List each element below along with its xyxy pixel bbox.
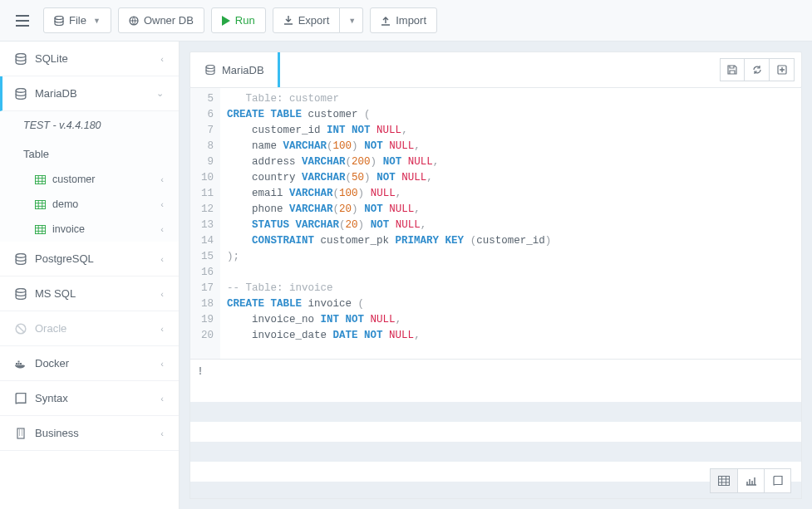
chevron-left-icon: ‹ [160, 324, 164, 334]
top-toolbar: File ▼ Owner DB Run Export ▼ Import [0, 0, 812, 42]
svg-rect-14 [17, 428, 24, 438]
svg-point-0 [55, 16, 63, 19]
menu-toggle-button[interactable] [8, 7, 37, 35]
svg-point-7 [16, 253, 26, 257]
db-icon [15, 53, 27, 65]
svg-rect-6 [36, 225, 46, 233]
table-icon [35, 200, 46, 209]
save-button[interactable] [720, 58, 745, 81]
sidebar-item-docker[interactable]: Docker‹ [0, 346, 179, 381]
chevron-left-icon: ‹ [160, 428, 164, 438]
svg-rect-5 [36, 200, 46, 208]
table-name: demo [52, 198, 78, 210]
database-icon [54, 16, 64, 26]
sidebar: SQLite‹MariaDB⌄TEST - v.4.4.180Tablecust… [0, 42, 180, 509]
sidebar-item-label: MS SQL [35, 287, 76, 300]
tables-heading: Table [0, 139, 179, 167]
code-content[interactable]: Table: customerCREATE TABLE customer ( c… [220, 88, 801, 359]
result-indicator: ! [199, 365, 202, 377]
table-item-invoice[interactable]: invoice‹ [0, 217, 179, 242]
sidebar-item-oracle[interactable]: Oracle‹ [0, 311, 179, 346]
chevron-left-icon: ‹ [160, 289, 164, 299]
export-label: Export [298, 14, 330, 27]
table-name: invoice [52, 223, 85, 235]
sql-editor: 567891011121314151617181920 Table: custo… [189, 88, 802, 499]
db-icon [15, 88, 27, 100]
view-book-button[interactable] [764, 469, 790, 492]
result-area [190, 382, 801, 498]
sidebar-item-mariadb[interactable]: MariaDB⌄ [0, 76, 179, 111]
svg-point-3 [16, 88, 26, 92]
tab-label: MariaDB [222, 64, 264, 76]
owner-db-label: Owner DB [144, 14, 194, 27]
svg-rect-17 [719, 477, 730, 486]
sidebar-item-label: PostgreSQL [35, 252, 94, 265]
run-button[interactable]: Run [211, 7, 266, 33]
svg-rect-11 [18, 363, 20, 365]
sidebar-item-label: Oracle [35, 322, 66, 335]
export-button[interactable]: Export [273, 7, 341, 33]
svg-rect-12 [20, 363, 22, 365]
view-chart-button[interactable] [737, 469, 764, 492]
table-name: customer [52, 174, 95, 185]
view-switch [710, 468, 791, 493]
code-area[interactable]: 567891011121314151617181920 Table: custo… [190, 88, 801, 359]
sidebar-item-label: Docker [35, 357, 69, 370]
db-icon [15, 253, 27, 265]
file-menu-button[interactable]: File ▼ [43, 7, 111, 33]
sidebar-item-syntax[interactable]: Syntax‹ [0, 381, 179, 416]
sidebar-item-label: MariaDB [35, 87, 77, 100]
table-icon [35, 225, 46, 234]
sidebar-item-label: Syntax [35, 392, 68, 404]
tab-bar: MariaDB [189, 51, 802, 88]
import-label: Import [396, 14, 426, 27]
export-button-group: Export ▼ [273, 7, 364, 33]
caret-down-icon: ▼ [348, 17, 356, 25]
globe-icon [129, 16, 139, 26]
chevron-left-icon: ‹ [160, 359, 164, 369]
chevron-left-icon: ‹ [160, 224, 164, 234]
sidebar-item-sqlite[interactable]: SQLite‹ [0, 42, 179, 76]
sidebar-item-business[interactable]: Business‹ [0, 416, 179, 451]
svg-point-2 [16, 53, 26, 57]
db-icon [15, 288, 27, 300]
sidebar-subtree: TEST - v.4.4.180Tablecustomer‹demo‹invoi… [0, 111, 179, 242]
upload-icon [381, 16, 391, 26]
view-table-button[interactable] [711, 469, 737, 492]
db-icon [15, 323, 27, 335]
file-label: File [69, 14, 86, 27]
download-icon [283, 16, 293, 26]
db-version: TEST - v.4.4.180 [0, 111, 179, 139]
caret-down-icon: ▼ [93, 17, 101, 25]
run-label: Run [235, 14, 255, 27]
export-dropdown-button[interactable]: ▼ [340, 7, 363, 33]
sidebar-item-postgresql[interactable]: PostgreSQL‹ [0, 242, 179, 277]
db-icon [15, 358, 27, 370]
chevron-left-icon: ‹ [160, 254, 164, 264]
chevron-left-icon: ‹ [160, 54, 164, 64]
table-item-demo[interactable]: demo‹ [0, 192, 179, 217]
db-icon [15, 428, 27, 439]
table-item-customer[interactable]: customer‹ [0, 167, 179, 192]
db-icon [15, 393, 27, 404]
sidebar-item-ms-sql[interactable]: MS SQL‹ [0, 277, 179, 311]
table-icon [35, 175, 46, 184]
chevron-left-icon: ‹ [160, 199, 164, 209]
refresh-button[interactable] [745, 58, 770, 81]
svg-point-15 [206, 66, 214, 69]
import-button[interactable]: Import [370, 7, 437, 33]
line-gutter: 567891011121314151617181920 [190, 88, 220, 359]
svg-rect-4 [36, 175, 46, 184]
result-header: ! [190, 359, 801, 382]
svg-rect-13 [18, 360, 20, 362]
add-button[interactable] [770, 58, 795, 81]
database-icon [205, 65, 215, 75]
chevron-left-icon: ‹ [160, 394, 164, 404]
tab-mariadb[interactable]: MariaDB [190, 52, 280, 87]
main-area: MariaDB 567891011121314151617181920 Tabl… [180, 42, 812, 509]
owner-db-button[interactable]: Owner DB [118, 7, 204, 33]
sidebar-item-label: Business [35, 427, 79, 439]
chevron-left-icon: ‹ [160, 174, 164, 184]
tab-actions [720, 52, 801, 87]
svg-rect-10 [16, 363, 17, 365]
